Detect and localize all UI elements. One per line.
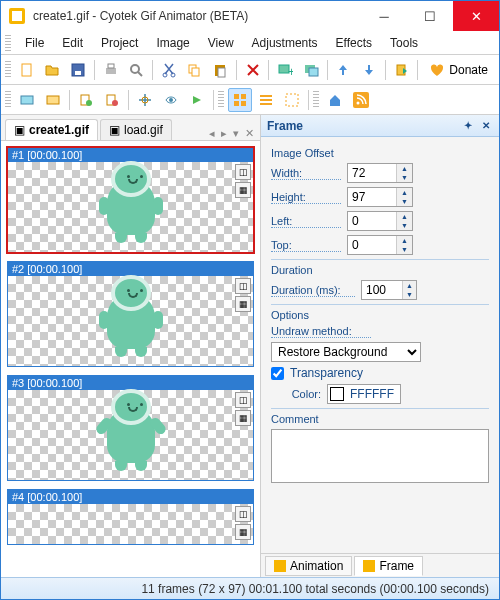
tab-label: create1.gif <box>29 123 89 137</box>
group-options: Options <box>271 309 489 321</box>
tab-close-button[interactable]: ✕ <box>243 127 256 140</box>
svg-rect-19 <box>47 96 59 104</box>
spin-down-icon[interactable]: ▼ <box>397 173 412 182</box>
top-input[interactable]: ▲▼ <box>347 235 413 255</box>
left-input[interactable]: ▲▼ <box>347 211 413 231</box>
transparency-label: Transparency <box>290 366 363 380</box>
panel-close-button[interactable]: ✕ <box>479 119 493 133</box>
top-label: Top: <box>271 239 341 252</box>
frames-list[interactable]: #1 [00:00.100] ◫▦ #2 [00:00.100] ◫▦ #3 [… <box>1 141 260 577</box>
donate-button[interactable]: Donate <box>422 59 495 81</box>
minimize-button[interactable]: ─ <box>361 1 407 31</box>
window-title: create1.gif - Cyotek Gif Animator (BETA) <box>33 9 361 23</box>
tool-e-button[interactable] <box>133 88 157 112</box>
tool-c-button[interactable] <box>74 88 98 112</box>
frame-action-a-button[interactable]: ◫ <box>235 278 251 294</box>
comment-textarea[interactable] <box>271 429 489 483</box>
move-up-button[interactable] <box>332 58 356 82</box>
spin-up-icon[interactable]: ▲ <box>397 188 412 197</box>
menu-tools[interactable]: Tools <box>382 33 426 53</box>
pin-button[interactable]: ✦ <box>461 119 475 133</box>
spin-up-icon[interactable]: ▲ <box>397 236 412 245</box>
close-button[interactable]: ✕ <box>453 1 499 31</box>
panel-header: Frame ✦ ✕ <box>261 115 499 137</box>
frame-thumbnail: ◫▦ <box>8 162 253 252</box>
duration-input[interactable]: ▲▼ <box>361 280 417 300</box>
view-grid-button[interactable] <box>228 88 252 112</box>
frame-action-b-button[interactable]: ▦ <box>235 524 251 540</box>
frame-action-b-button[interactable]: ▦ <box>235 296 251 312</box>
menu-adjustments[interactable]: Adjustments <box>244 33 326 53</box>
grip-icon <box>5 91 11 109</box>
frame-action-a-button[interactable]: ◫ <box>235 164 251 180</box>
svg-line-6 <box>138 72 142 76</box>
menu-edit[interactable]: Edit <box>54 33 91 53</box>
export-button[interactable] <box>390 58 414 82</box>
tab-create1[interactable]: ▣ create1.gif <box>5 119 98 140</box>
menu-effects[interactable]: Effects <box>328 33 380 53</box>
move-down-button[interactable] <box>357 58 381 82</box>
maximize-button[interactable]: ☐ <box>407 1 453 31</box>
save-button[interactable] <box>66 58 90 82</box>
tab-prev-button[interactable]: ◂ <box>207 127 217 140</box>
menu-file[interactable]: File <box>17 33 52 53</box>
frame-item[interactable]: #4 [00:00.100] ◫▦ <box>7 489 254 545</box>
width-input[interactable]: ▲▼ <box>347 163 413 183</box>
add-frame-button[interactable]: + <box>273 58 297 82</box>
tab-animation[interactable]: Animation <box>265 556 352 576</box>
frame-action-a-button[interactable]: ◫ <box>235 392 251 408</box>
svg-rect-3 <box>106 68 116 74</box>
view-detail-button[interactable] <box>280 88 304 112</box>
tool-b-button[interactable] <box>41 88 65 112</box>
frame-item[interactable]: #3 [00:00.100] ◫▦ <box>7 375 254 481</box>
home-button[interactable] <box>323 88 347 112</box>
print-button[interactable] <box>99 58 123 82</box>
spin-up-icon[interactable]: ▲ <box>403 281 416 290</box>
animation-icon <box>274 560 286 572</box>
properties-panel: Frame ✦ ✕ Image Offset Width: ▲▼ Height:… <box>261 115 499 577</box>
rss-button[interactable] <box>349 88 373 112</box>
spin-down-icon[interactable]: ▼ <box>403 290 416 299</box>
tool-d-button[interactable] <box>100 88 124 112</box>
frame-action-b-button[interactable]: ▦ <box>235 410 251 426</box>
menu-view[interactable]: View <box>200 33 242 53</box>
frame-thumbnail: ◫▦ <box>8 504 253 544</box>
menu-project[interactable]: Project <box>93 33 146 53</box>
frame-action-a-button[interactable]: ◫ <box>235 506 251 522</box>
open-button[interactable] <box>41 58 65 82</box>
tab-menu-button[interactable]: ▾ <box>231 127 241 140</box>
frame-item[interactable]: #1 [00:00.100] ◫▦ <box>7 147 254 253</box>
import-button[interactable] <box>299 58 323 82</box>
tab-next-button[interactable]: ▸ <box>219 127 229 140</box>
height-input[interactable]: ▲▼ <box>347 187 413 207</box>
spin-down-icon[interactable]: ▼ <box>397 245 412 254</box>
spin-down-icon[interactable]: ▼ <box>397 197 412 206</box>
titlebar: create1.gif - Cyotek Gif Animator (BETA)… <box>1 1 499 31</box>
svg-point-23 <box>112 100 118 106</box>
frame-item[interactable]: #2 [00:00.100] ◫▦ <box>7 261 254 367</box>
tool-g-button[interactable] <box>185 88 209 112</box>
tab-frame[interactable]: Frame <box>354 556 423 576</box>
spin-up-icon[interactable]: ▲ <box>397 212 412 221</box>
view-list-button[interactable] <box>254 88 278 112</box>
tab-load[interactable]: ▣ load.gif <box>100 119 172 140</box>
undraw-select[interactable]: Restore Background <box>271 342 421 362</box>
copy-button[interactable] <box>183 58 207 82</box>
new-button[interactable] <box>15 58 39 82</box>
frame-thumbnail: ◫▦ <box>8 276 253 366</box>
spin-up-icon[interactable]: ▲ <box>397 164 412 173</box>
grip-icon <box>313 91 319 109</box>
delete-button[interactable] <box>241 58 265 82</box>
tool-a-button[interactable] <box>15 88 39 112</box>
tool-f-button[interactable] <box>159 88 183 112</box>
undraw-label: Undraw method: <box>271 325 371 338</box>
color-picker[interactable]: FFFFFF <box>327 384 401 404</box>
spin-down-icon[interactable]: ▼ <box>397 221 412 230</box>
toolbar-secondary <box>1 85 499 115</box>
paste-button[interactable] <box>208 58 232 82</box>
cut-button[interactable] <box>157 58 181 82</box>
transparency-checkbox[interactable] <box>271 367 284 380</box>
menu-image[interactable]: Image <box>148 33 197 53</box>
frame-action-b-button[interactable]: ▦ <box>235 182 251 198</box>
preview-button[interactable] <box>124 58 148 82</box>
